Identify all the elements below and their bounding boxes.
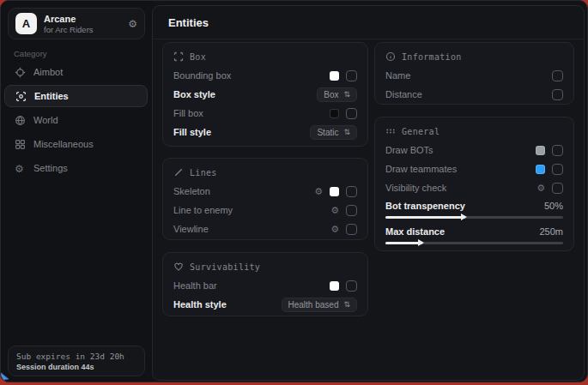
color-swatch[interactable]: [330, 109, 339, 118]
slider-thumb[interactable]: [461, 214, 467, 220]
sub-expires-text: Sub expires in 23d 20h: [16, 351, 136, 362]
setting-row-draw-bots: Draw BOTs: [385, 141, 563, 159]
color-swatch[interactable]: [330, 71, 339, 81]
box-style-dropdown[interactable]: Box ⇅: [317, 87, 357, 102]
panel-title: General: [402, 127, 439, 136]
brand-text: Arcane for Arc Riders: [44, 14, 128, 34]
panel-information-header: Information: [385, 50, 563, 63]
brand-gear-icon[interactable]: ⚙: [128, 18, 137, 30]
sidebar-item-label: Aimbot: [33, 67, 63, 77]
dropdown-value: Health based: [288, 300, 339, 310]
setting-row-max-distance: Max distance 250m: [385, 224, 563, 244]
setting-label: Draw BOTs: [385, 145, 536, 155]
slider-label-row: Max distance 250m: [385, 224, 563, 238]
checkbox[interactable]: [552, 145, 563, 156]
setting-row-health-bar: Health bar: [173, 276, 357, 295]
sidebar-item-label: Settings: [33, 163, 68, 173]
line-icon: [173, 167, 184, 177]
sidebar-item-label: Entities: [34, 91, 69, 101]
brand-card: A Arcane for Arc Riders ⚙: [8, 8, 145, 39]
panel-title: Lines: [190, 168, 217, 177]
app-window: A Arcane for Arc Riders ⚙ Category Aimbo…: [0, 0, 588, 382]
checkbox[interactable]: [552, 70, 563, 81]
setting-row-line-to-enemy: Line to enemy ⚙: [173, 201, 357, 220]
setting-row-visibility-check: Visibility check ⚙: [385, 178, 563, 197]
setting-row-box-style: Box style Box ⇅: [173, 85, 357, 104]
brand-name: Arcane: [44, 14, 128, 25]
checkbox[interactable]: [552, 164, 563, 175]
checkbox[interactable]: [346, 186, 357, 197]
panel-information: Information Name Distance: [374, 42, 574, 105]
subscription-card: Sub expires in 23d 20h Session duration …: [8, 346, 145, 376]
checkbox[interactable]: [346, 108, 357, 119]
crosshair-icon: [15, 67, 26, 78]
gear-icon[interactable]: ⚙: [314, 187, 323, 196]
checkbox[interactable]: [346, 205, 357, 216]
setting-label: Distance: [385, 89, 552, 99]
panel-box-header: Box: [173, 50, 357, 63]
slider-thumb[interactable]: [418, 239, 424, 246]
checkbox[interactable]: [552, 89, 563, 100]
slider-fill: [385, 216, 465, 219]
fill-style-dropdown[interactable]: Static ⇅: [310, 125, 357, 140]
scan-eye-icon: [15, 91, 27, 102]
setting-row-skeleton: Skeleton ⚙: [173, 182, 357, 201]
brand-subtitle: for Arc Riders: [44, 25, 128, 34]
setting-label: Visibility check: [385, 183, 536, 193]
panel-box: Box Bounding box Box style Box ⇅ Fill bo…: [162, 42, 368, 147]
mouse-cursor: [0, 371, 10, 382]
bot-transparency-slider[interactable]: [385, 216, 563, 219]
sidebar-item-miscellaneous[interactable]: Miscellaneous: [4, 133, 148, 155]
slider-value: 50%: [544, 201, 563, 211]
sidebar-item-entities[interactable]: Entities: [4, 85, 148, 107]
checkbox[interactable]: [552, 183, 563, 194]
sidebar: A Arcane for Arc Riders ⚙ Category Aimbo…: [1, 1, 152, 382]
panel-lines: Lines Skeleton ⚙ Line to enemy ⚙ Viewlin…: [162, 158, 368, 240]
panel-general: General Draw BOTs Draw teammates Visibil…: [374, 117, 574, 251]
setting-label: Health bar: [173, 280, 330, 291]
checkbox[interactable]: [346, 70, 357, 81]
panel-survivability: Survivability Health bar Health style He…: [162, 252, 368, 316]
setting-row-fill-box: Fill box: [173, 104, 357, 123]
gear-icon[interactable]: ⚙: [536, 183, 545, 193]
slider-value: 250m: [539, 226, 563, 237]
heart-icon: [173, 262, 184, 272]
sidebar-item-aimbot[interactable]: Aimbot: [4, 61, 148, 83]
slider-fill: [385, 242, 422, 244]
setting-label: Skeleton: [173, 186, 314, 196]
dropdown-value: Box: [324, 90, 338, 99]
panel-title: Survivability: [190, 262, 260, 272]
gear-icon[interactable]: ⚙: [330, 206, 339, 215]
panel-general-header: General: [385, 124, 563, 138]
chevron-up-down-icon: ⇅: [343, 90, 350, 99]
checkbox[interactable]: [346, 280, 357, 292]
setting-row-viewline: Viewline ⚙: [173, 220, 357, 238]
color-swatch[interactable]: [536, 146, 545, 155]
setting-label: Bot transpenency: [385, 201, 544, 211]
checkbox[interactable]: [346, 224, 357, 235]
grid-icon: [15, 139, 26, 150]
setting-label: Max distance: [385, 226, 539, 237]
setting-label: Fill style: [173, 127, 310, 137]
sidebar-item-label: World: [33, 115, 58, 125]
page-title: Entities: [168, 16, 209, 29]
setting-row-distance: Distance: [385, 85, 563, 104]
color-swatch[interactable]: [536, 165, 545, 174]
gear-icon: ⚙: [15, 163, 26, 174]
color-swatch[interactable]: [330, 187, 339, 196]
desktop: { "colors": { "desktop_red": "#a83228", …: [0, 0, 588, 385]
sidebar-item-settings[interactable]: ⚙ Settings: [4, 157, 148, 179]
gear-icon[interactable]: ⚙: [330, 225, 339, 234]
color-swatch[interactable]: [330, 281, 339, 291]
setting-label: Fill box: [173, 108, 330, 118]
page-header: Entities: [153, 6, 584, 39]
chevron-up-down-icon: ⇅: [343, 128, 350, 136]
sidebar-item-label: Miscellaneous: [33, 139, 94, 149]
setting-label: Bounding box: [173, 70, 330, 81]
sidebar-item-world[interactable]: World: [4, 109, 148, 131]
health-style-dropdown[interactable]: Health based ⇅: [282, 298, 357, 312]
max-distance-slider[interactable]: [385, 242, 563, 244]
setting-row-bounding-box: Bounding box: [173, 66, 357, 85]
globe-icon: [15, 115, 26, 126]
setting-label: Viewline: [173, 224, 330, 234]
